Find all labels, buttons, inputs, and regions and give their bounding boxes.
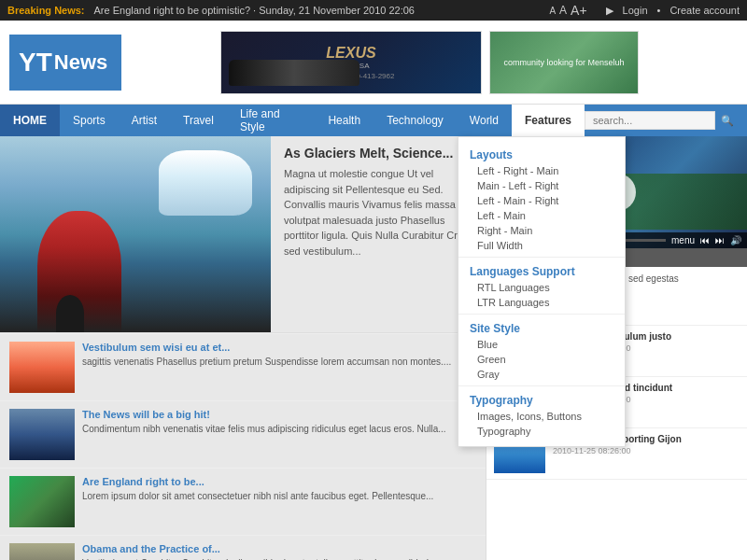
featured-desc: Magna ut molestie congue Ut vel adipisci…: [284, 166, 472, 259]
breaking-text: Are England right to be optimistic? · Su…: [94, 5, 415, 16]
news-article-text-3: Lorem ipsum dolor sit amet consectetuer …: [82, 490, 433, 503]
logo: YT News: [9, 35, 121, 91]
nav-travel[interactable]: Travel: [170, 105, 227, 136]
dropdown-left-main-right[interactable]: Left - Main - Right: [458, 193, 625, 208]
center-column: As Glaciers Melt, Science... Magna ut mo…: [0, 136, 486, 560]
create-account-link[interactable]: Create account: [669, 5, 740, 17]
search-box: 🔍: [585, 111, 747, 130]
search-input[interactable]: [585, 111, 715, 130]
featured-article: As Glaciers Melt, Science... Magna ut mo…: [0, 136, 486, 333]
nav-artist[interactable]: Artist: [119, 105, 170, 136]
dropdown-layouts-title: Layouts: [458, 145, 625, 163]
nav-features[interactable]: Features: [512, 105, 585, 136]
news-article-text-2: Condimentum nibh venenatis vitae felis m…: [82, 423, 446, 436]
dropdown-typography[interactable]: Typography: [458, 424, 625, 439]
dropdown-rtl[interactable]: RTL Languages: [458, 280, 625, 295]
news-article-img-1: [9, 342, 75, 393]
dropdown-gray[interactable]: Gray: [458, 367, 625, 382]
news-article-title-1[interactable]: Vestibulum sem wisi eu at et...: [82, 342, 451, 353]
news-article-content-3: Are England right to be... Lorem ipsum d…: [82, 476, 433, 527]
nav-sports[interactable]: Sports: [60, 105, 119, 136]
dropdown-blue[interactable]: Blue: [458, 337, 625, 352]
dropdown-right-main[interactable]: Right - Main: [458, 223, 625, 238]
news-article-title-4[interactable]: Obama and the Practice of...: [82, 543, 442, 554]
car-silhouette: [229, 60, 359, 86]
dropdown-green[interactable]: Green: [458, 352, 625, 367]
dropdown-languages-title: Languages Support: [458, 261, 625, 280]
next-icon[interactable]: ⏭: [715, 235, 725, 245]
nav-health[interactable]: Health: [315, 105, 374, 136]
community-ad: community looking for Menseluh: [489, 31, 639, 94]
lexus-logo-text: LEXUS: [326, 45, 375, 62]
nav-items: HOME Sports Artist Travel Life and Style…: [0, 105, 585, 136]
search-button[interactable]: 🔍: [715, 112, 740, 130]
dropdown-divider-3: [458, 385, 625, 386]
nav-world[interactable]: World: [457, 105, 512, 136]
news-article-title-2[interactable]: The News will be a big hit!: [82, 409, 446, 420]
featured-text: As Glaciers Melt, Science... Magna ut mo…: [271, 136, 486, 332]
dropdown-site-style-title: Site Style: [458, 318, 625, 337]
auth-links: ▶ Login • Create account: [606, 5, 740, 17]
top-content-row: As Glaciers Melt, Science... Magna ut mo…: [0, 136, 747, 560]
featured-title: As Glaciers Melt, Science...: [284, 146, 472, 161]
logo-yt: YT: [19, 48, 52, 77]
font-controls: A A A+: [549, 3, 586, 18]
dropdown-typography-title: Typography: [458, 390, 625, 409]
dropdown-images-icons[interactable]: Images, Icons, Buttons: [458, 409, 625, 424]
font-reset[interactable]: A: [559, 4, 567, 17]
news-article-img-4: [9, 543, 75, 560]
ads-area: LEXUS OF TULSA TOL FREE: 800-413-2962 co…: [121, 31, 738, 94]
dropdown-main-left-right[interactable]: Main - Left - Right: [458, 178, 625, 193]
news-articles: Vestibulum sem wisi eu at et... sagittis…: [0, 333, 486, 560]
news-article-4: Obama and the Practice of... Vestibulum …: [0, 536, 486, 560]
login-link[interactable]: Login: [623, 5, 648, 17]
prev-icon[interactable]: ⏮: [700, 235, 710, 245]
news-article-img-2: [9, 409, 75, 460]
dropdown-left-main[interactable]: Left - Main: [458, 208, 625, 223]
news-article-1: Vestibulum sem wisi eu at et... sagittis…: [0, 334, 486, 401]
logo-news: News: [54, 50, 107, 75]
news-article-content-4: Obama and the Practice of... Vestibulum …: [82, 543, 442, 560]
breaking-label: Breaking News:: [7, 5, 85, 16]
news-article-3: Are England right to be... Lorem ipsum d…: [0, 469, 486, 536]
features-dropdown: Layouts Left - Right - Main Main - Left …: [458, 136, 626, 447]
community-ad-text: community looking for Menseluh: [500, 54, 627, 71]
dropdown-divider-1: [458, 257, 625, 258]
news-article-content-1: Vestibulum sem wisi eu at et... sagittis…: [82, 342, 451, 393]
dropdown-divider-2: [458, 314, 625, 315]
news-article-2: The News will be a big hit! Condimentum …: [0, 401, 486, 469]
nav-home[interactable]: HOME: [0, 105, 60, 136]
nav-life-style[interactable]: Life and Style: [227, 105, 316, 136]
font-a[interactable]: A: [549, 6, 556, 16]
nav-technology[interactable]: Technology: [374, 105, 457, 136]
news-article-img-3: [9, 476, 75, 527]
dropdown-ltr[interactable]: LTR Languages: [458, 295, 625, 310]
lexus-ad: LEXUS OF TULSA TOL FREE: 800-413-2962: [220, 31, 482, 94]
main-wrapper: As Glaciers Melt, Science... Magna ut mo…: [0, 136, 747, 560]
navigation: HOME Sports Artist Travel Life and Style…: [0, 105, 747, 136]
volume-icon[interactable]: 🔊: [730, 235, 741, 245]
dropdown-full-width[interactable]: Full Width: [458, 238, 625, 253]
font-plus[interactable]: A+: [571, 3, 587, 18]
featured-image: [0, 136, 271, 332]
breaking-news-bar: Breaking News: Are England right to be o…: [0, 0, 747, 21]
news-article-content-2: The News will be a big hit! Condimentum …: [82, 409, 446, 460]
news-article-title-3[interactable]: Are England right to be...: [82, 476, 433, 487]
video-menu-label[interactable]: menu: [671, 235, 695, 245]
ar-news-date-3: 2010-11-25 08:26:00: [553, 446, 682, 455]
header: YT News LEXUS OF TULSA TOL FREE: 800-413…: [0, 21, 747, 105]
news-article-text-1: sagittis venenatis Phasellus pretium pre…: [82, 356, 451, 369]
dropdown-left-right-main[interactable]: Left - Right - Main: [458, 163, 625, 178]
